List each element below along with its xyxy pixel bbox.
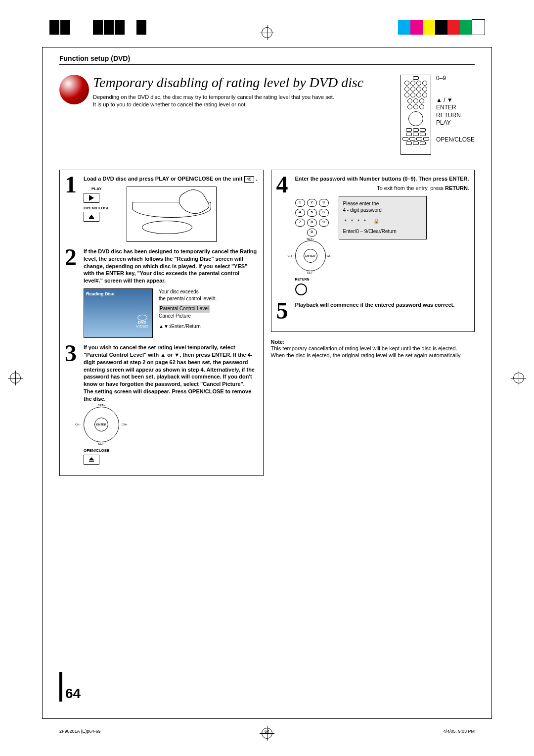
crop-mark-top [262, 27, 272, 38]
play-label: PLAY [84, 187, 109, 192]
footer: 2F90201A (E)p64-69 64 4/4/05, 9:03 PM [59, 729, 475, 734]
remote-control-diagram [400, 75, 431, 155]
step-number: 4 [276, 175, 291, 295]
number-pad-diagram: 123 456 789 0 [295, 199, 329, 236]
dpad-diagram: SET+ SET- CH- CH+ ENTER [84, 407, 119, 442]
label-numbers: 0–9 [436, 75, 475, 83]
exceeds-level-dialog: Your disc exceeds the parental control l… [159, 288, 217, 338]
eject-button-icon [84, 212, 99, 222]
intro-text: Depending on the DVD disc, the disc may … [59, 94, 391, 109]
remote-labels: 0–9 ▲ / ▼ ENTER RETURN PLAY OPEN/CLOSE [436, 75, 475, 144]
reading-disc-screen: Reading Disc DVD VIDEO [84, 288, 153, 338]
step-number: 2 [65, 248, 80, 338]
label-openclose: OPEN/CLOSE [436, 136, 475, 144]
decorative-sphere [59, 75, 89, 104]
footer-right: 4/4/05, 9:03 PM [336, 729, 475, 734]
play-button-icon [84, 193, 99, 203]
openclose-label: OPEN/CLOSE [84, 448, 258, 454]
label-return: RETURN [436, 112, 475, 120]
label-arrows: ▲ / ▼ [436, 96, 475, 104]
dpad-diagram: SET+ SET- CH- CH+ ENTER [295, 240, 326, 271]
step-4: 4 Enter the password with Number buttons… [276, 175, 470, 295]
return-label: RETURN [295, 277, 329, 282]
disc-tray-illustration [127, 187, 217, 242]
return-button-icon [295, 284, 307, 295]
step-number: 1 [65, 175, 80, 242]
step-5: 5 Playback will commence if the entered … [276, 301, 470, 320]
crop-mark-right [513, 373, 524, 383]
step-number: 5 [276, 301, 291, 320]
openclose-label: OPEN/CLOSE [84, 206, 109, 211]
step-3: 3 If you wish to cancel the set rating l… [65, 344, 258, 465]
page-number: 64 [59, 672, 81, 702]
crop-mark-left [10, 373, 21, 383]
footer-left: 2F90201A (E)p64-69 [59, 729, 198, 734]
page-title: Temporary disabling of rating level by D… [59, 75, 391, 91]
section-header: Function setup (DVD) [59, 54, 475, 65]
label-enter: ENTER [436, 104, 475, 112]
step-number: 3 [65, 344, 80, 465]
step-2: 2 If the DVD disc has been designed to t… [65, 248, 258, 338]
password-dialog: Please enter the 4 - digit password ＊＊＊＊… [339, 196, 427, 239]
eject-button-icon [84, 455, 99, 465]
step-1: 1 Load a DVD disc and press PLAY or OPEN… [65, 175, 258, 242]
footer-mid: 64 [198, 729, 336, 734]
label-play: PLAY [436, 119, 475, 127]
note-section: Note: This temporary cancellation of rat… [271, 339, 475, 360]
